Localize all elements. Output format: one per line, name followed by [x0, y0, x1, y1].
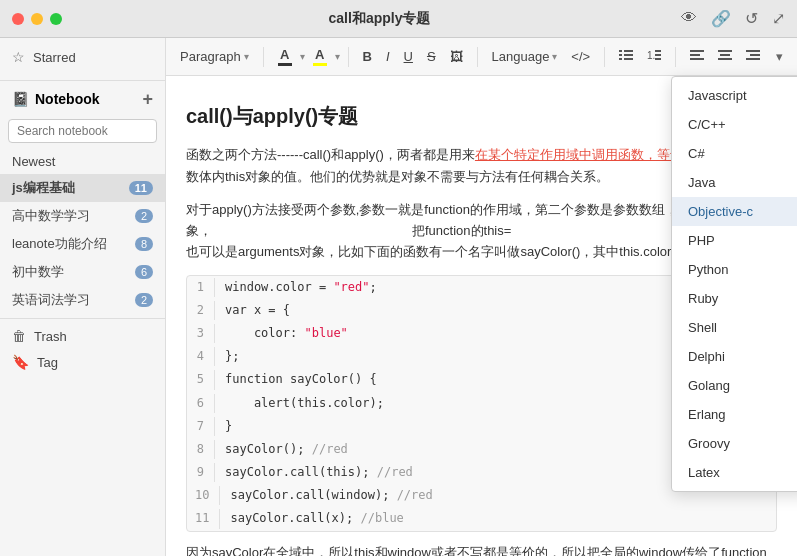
- lang-java[interactable]: Java: [672, 168, 797, 197]
- svg-rect-0: [619, 50, 622, 52]
- lang-latex[interactable]: Latex: [672, 458, 797, 487]
- language-group: Language ▾ </>: [486, 46, 597, 67]
- code-content-3: color: "blue": [225, 324, 348, 343]
- content-area: Paragraph ▾ A ▾ A: [166, 38, 797, 556]
- align-right-icon: [746, 49, 760, 61]
- align-center-button[interactable]: [712, 46, 738, 67]
- font-color-button[interactable]: A: [272, 44, 298, 69]
- language-label: Language: [492, 49, 550, 64]
- sidebar-item-newest[interactable]: Newest: [0, 149, 165, 174]
- font-color-chevron: ▾: [300, 51, 305, 62]
- sidebar-starred-section: ☆ Starred: [0, 38, 165, 76]
- sidebar-tag-label: Tag: [37, 355, 58, 370]
- undo-icon[interactable]: ↺: [745, 9, 758, 28]
- note-para-3: 因为sayColor在全域中，所以this和window或者不写都是等价的，所以…: [186, 542, 777, 556]
- sidebar-item-tag[interactable]: 🔖 Tag: [0, 349, 165, 375]
- highlight-chevron: ▾: [335, 51, 340, 62]
- underline-button[interactable]: U: [398, 46, 419, 67]
- code-content-6: alert(this.color);: [225, 394, 384, 413]
- sidebar-leanote-label: leanote功能介绍: [12, 235, 107, 253]
- lang-ruby[interactable]: Ruby: [672, 284, 797, 313]
- code-content-1: window.color = "red";: [225, 278, 377, 297]
- font-highlight-button[interactable]: A: [307, 44, 333, 69]
- code-content-5: function sayColor() {: [225, 370, 377, 389]
- image-button[interactable]: 🖼: [444, 46, 469, 67]
- line-num-2: 2: [187, 301, 215, 320]
- list-ol-icon: 1.: [647, 49, 661, 61]
- sidebar-item-trash[interactable]: 🗑 Trash: [0, 323, 165, 349]
- lang-objective-c[interactable]: Objective-c: [672, 197, 797, 226]
- sidebar-item-js[interactable]: js编程基础 11: [0, 174, 165, 202]
- eye-icon[interactable]: 👁: [681, 9, 697, 28]
- search-input[interactable]: [8, 119, 157, 143]
- toolbar: Paragraph ▾ A ▾ A: [166, 38, 797, 76]
- sidebar-notebook-label: Notebook: [35, 91, 100, 107]
- svg-rect-14: [720, 54, 730, 56]
- more-toolbar-button[interactable]: ▾: [770, 46, 789, 67]
- line-num-9: 9: [187, 463, 215, 482]
- paragraph-group: Paragraph ▾: [174, 46, 255, 67]
- sidebar-item-starred[interactable]: ☆ Starred: [0, 44, 165, 70]
- sidebar-math-mid-label: 初中数学: [12, 263, 64, 281]
- svg-rect-4: [619, 58, 622, 60]
- code-content-8: sayColor(); //red: [225, 440, 348, 459]
- lang-c-cpp[interactable]: C/C++: [672, 110, 797, 139]
- sidebar-item-leanote[interactable]: leanote功能介绍 8: [0, 230, 165, 258]
- svg-rect-10: [690, 50, 704, 52]
- add-notebook-button[interactable]: +: [142, 90, 153, 108]
- svg-rect-17: [750, 54, 760, 56]
- list-ol-button[interactable]: 1.: [641, 46, 667, 67]
- list-group: 1.: [613, 46, 667, 67]
- image-icon: 🖼: [450, 49, 463, 64]
- code-button[interactable]: </>: [565, 46, 596, 67]
- lang-javascript[interactable]: Javascript: [672, 81, 797, 110]
- list-ul-button[interactable]: [613, 46, 639, 67]
- lang-delphi[interactable]: Delphi: [672, 342, 797, 371]
- align-left-button[interactable]: [684, 46, 710, 67]
- svg-rect-1: [624, 50, 633, 52]
- font-a-label: A: [280, 47, 289, 62]
- line-num-5: 5: [187, 370, 215, 389]
- lang-shell[interactable]: Shell: [672, 313, 797, 342]
- paragraph-dropdown[interactable]: Paragraph ▾: [174, 46, 255, 67]
- link-icon[interactable]: 🔗: [711, 9, 731, 28]
- close-button[interactable]: [12, 13, 24, 25]
- language-dropdown[interactable]: Language ▾: [486, 46, 564, 67]
- svg-rect-5: [624, 58, 633, 60]
- lang-groovy[interactable]: Groovy: [672, 429, 797, 458]
- font-color-indicator: A: [278, 47, 292, 66]
- notebook-icon: 📓: [12, 91, 29, 107]
- expand-icon[interactable]: ⤢: [772, 9, 785, 28]
- align-group: [684, 46, 766, 67]
- svg-rect-3: [624, 54, 633, 56]
- sidebar-js-badge: 11: [129, 181, 153, 195]
- main-layout: ☆ Starred 📓 Notebook + Newest js编程基础 11 …: [0, 38, 797, 556]
- sidebar-leanote-badge: 8: [135, 237, 153, 251]
- paragraph-chevron: ▾: [244, 51, 249, 62]
- bold-button[interactable]: B: [357, 46, 378, 67]
- sep-2: [348, 47, 349, 67]
- line-num-6: 6: [187, 394, 215, 413]
- lang-golang[interactable]: Golang: [672, 371, 797, 400]
- lang-php[interactable]: PHP: [672, 226, 797, 255]
- svg-rect-9: [655, 58, 661, 60]
- align-right-button[interactable]: [740, 46, 766, 67]
- strikethrough-button[interactable]: S: [421, 46, 442, 67]
- window-controls[interactable]: [12, 13, 62, 25]
- sidebar-notebook-header: 📓 Notebook +: [0, 85, 165, 113]
- maximize-button[interactable]: [50, 13, 62, 25]
- italic-button[interactable]: I: [380, 46, 396, 67]
- lang-erlang[interactable]: Erlang: [672, 400, 797, 429]
- minimize-button[interactable]: [31, 13, 43, 25]
- sidebar-item-math-high[interactable]: 高中数学学习 2: [0, 202, 165, 230]
- font-highlight-indicator: A: [313, 47, 327, 66]
- lang-python[interactable]: Python: [672, 255, 797, 284]
- code-content-4: };: [225, 347, 239, 366]
- titlebar-actions: 👁 🔗 ↺ ⤢: [681, 9, 785, 28]
- sidebar-item-english[interactable]: 英语词法学习 2: [0, 286, 165, 314]
- trash-icon: 🗑: [12, 328, 26, 344]
- line-num-8: 8: [187, 440, 215, 459]
- lang-csharp[interactable]: C#: [672, 139, 797, 168]
- list-ul-icon: [619, 49, 633, 61]
- sidebar-item-math-mid[interactable]: 初中数学 6: [0, 258, 165, 286]
